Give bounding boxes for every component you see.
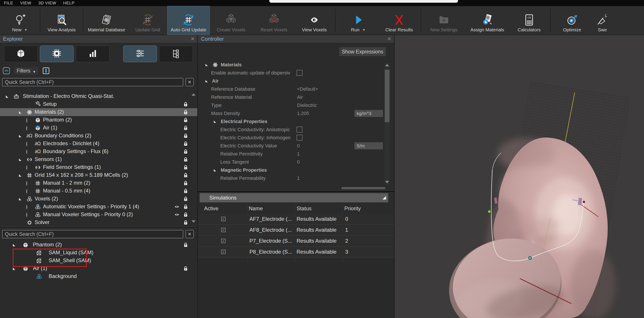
tree-item-manual-1-2-mm-2[interactable]: Manual 1 - 2 mm (2) — [0, 179, 197, 187]
tree-item-sensors-1[interactable]: Sensors (1) — [0, 155, 197, 163]
tree-item-boundary-settings-flux-6[interactable]: ∂ΩBoundary Settings - Flux (6) — [0, 148, 197, 155]
toolbar-auto-grid-update-button[interactable]: Auto Grid Update — [168, 6, 210, 35]
lock-icon[interactable] — [183, 101, 188, 107]
toolbar-material-database-button[interactable]: Material Database — [85, 6, 128, 35]
simulation-row-af8-electrode[interactable]: ✓ AF8_Electrode (... Results Available 1 — [198, 225, 394, 236]
quick-search-input[interactable] — [2, 78, 183, 86]
active-checkbox[interactable]: ✓ — [221, 250, 226, 254]
chevron-down-icon[interactable]: ▼ — [24, 28, 28, 31]
lock-icon[interactable] — [183, 172, 188, 178]
tree-item-solver[interactable]: Solver — [0, 219, 197, 227]
toolbar-calculators-button[interactable]: √xCalculators — [510, 6, 548, 35]
tree-item-phantom-2[interactable]: Phantom (2) — [0, 241, 197, 249]
tree-item-field-sensor-settings-1[interactable]: Field Sensor Settings (1) — [0, 163, 197, 171]
tree-item-grid-154-x-162-x-208-5-189-mcells-2[interactable]: Grid 154 x 162 x 208 = 5.189 MCells (2) — [0, 171, 197, 179]
explorer-controller-view-button[interactable] — [123, 45, 157, 62]
lock-icon[interactable] — [183, 180, 188, 186]
expander-icon[interactable] — [18, 134, 22, 138]
expander-icon[interactable] — [18, 111, 22, 114]
tree-item-electrodes-dirichlet-4[interactable]: ∂ΩElectrodes - Dirichlet (4) — [0, 140, 197, 148]
toolbar-new-button[interactable]: New▼ — [1, 6, 38, 35]
properties-scroll-down-icon[interactable] — [385, 181, 389, 183]
properties-scrollbar-thumb[interactable] — [385, 70, 390, 122]
expander-icon[interactable] — [213, 120, 216, 123]
radio-icon[interactable] — [26, 182, 30, 185]
tree-item-phantom-2[interactable]: Phantom (2) — [0, 116, 197, 124]
sim-column-active[interactable]: Active — [204, 205, 218, 212]
tree-item-voxels-2[interactable]: Voxels (2) — [0, 195, 197, 203]
menu-item-view[interactable]: VIEW — [20, 1, 31, 5]
quick-search-input-2[interactable] — [2, 230, 183, 238]
explorer-simulation-view-button[interactable] — [40, 45, 74, 62]
tree-item-boundary-conditions-2[interactable]: ∂ΩBoundary Conditions (2) — [0, 132, 197, 140]
lock-icon[interactable] — [183, 212, 188, 218]
radio-icon[interactable] — [26, 205, 30, 209]
properties-hscrollbar-thumb[interactable] — [342, 187, 385, 189]
toolbar-clear-results-button[interactable]: Clear Results — [379, 6, 419, 35]
lock-icon[interactable] — [183, 164, 188, 170]
expander-icon[interactable] — [18, 174, 22, 177]
lock-icon[interactable] — [183, 157, 188, 162]
lock-icon[interactable] — [183, 149, 188, 154]
menu-item-3d-view[interactable]: 3D VIEW — [38, 1, 56, 5]
tree-item-manual-0-5-mm-4[interactable]: Manual - 0.5 mm (4) — [0, 187, 197, 195]
lock-icon[interactable] — [183, 242, 188, 248]
lock-icon[interactable] — [183, 204, 188, 210]
lock-icon[interactable] — [183, 266, 188, 271]
lock-icon[interactable] — [183, 188, 188, 194]
lock-icon[interactable] — [183, 109, 188, 115]
simulation-row-p8-electrode-s[interactable]: ✓ P8_Electrode (S... Results Available 3 — [198, 247, 394, 258]
explorer-model-view-button[interactable] — [4, 45, 38, 62]
toolbar-swe-button[interactable]: Swe — [592, 6, 613, 35]
lock-icon[interactable] — [183, 196, 188, 202]
expander-icon[interactable] — [12, 267, 16, 270]
sim-column-name[interactable]: Name — [249, 205, 263, 212]
lock-icon[interactable] — [183, 117, 188, 123]
chevron-down-icon[interactable]: ▼ — [362, 28, 366, 31]
expander-icon[interactable] — [18, 197, 22, 201]
menu-item-help[interactable]: HELP — [63, 1, 74, 5]
lock-icon[interactable] — [183, 141, 188, 147]
show-expressions-button[interactable]: Show Expressions — [339, 47, 386, 56]
tree-item-air-1[interactable]: Air (1) — [0, 124, 197, 132]
properties-scroll-up-icon[interactable] — [385, 64, 389, 66]
expander-icon[interactable] — [205, 63, 208, 66]
radio-icon[interactable] — [26, 166, 30, 169]
explorer-schematic-view-button[interactable] — [159, 45, 193, 62]
simulations-header-bar[interactable]: Simulations — [200, 193, 388, 202]
toolbar-assign-materials-button[interactable]: Assign Materials — [465, 6, 510, 35]
visibility-eye-icon[interactable] — [174, 204, 180, 209]
toolbar-optimize-button[interactable]: Optimize — [552, 6, 592, 35]
tree-scroll-up-icon[interactable] — [192, 93, 196, 96]
radio-icon[interactable] — [26, 118, 30, 122]
visibility-eye-icon[interactable] — [174, 212, 180, 217]
filters-button[interactable]: Filters ▼ — [14, 67, 38, 75]
3d-viewport[interactable] — [394, 35, 644, 318]
active-checkbox[interactable]: ✓ — [221, 228, 226, 232]
radio-icon[interactable] — [26, 189, 30, 193]
radio-icon[interactable] — [26, 126, 30, 130]
lock-icon[interactable] — [183, 125, 188, 131]
radio-icon[interactable] — [26, 150, 30, 153]
toolbar-run-button[interactable]: Run▼ — [337, 6, 379, 35]
explorer-close-icon[interactable]: ✕ — [191, 36, 195, 42]
simulation-row-p7-electrode-s[interactable]: ✓ P7_Electrode (S... Results Available 2 — [198, 236, 394, 247]
expander-icon[interactable] — [18, 158, 22, 161]
checkbox[interactable] — [296, 127, 302, 132]
active-checkbox[interactable]: ✓ — [221, 239, 226, 243]
expander-icon[interactable] — [205, 79, 208, 83]
toolbar-view-analysis-button[interactable]: View Analysis — [42, 6, 81, 35]
tree-item-stimulation-electro-ohmic-quasi-stat[interactable]: Stimulation - Electro Ohmic Quasi-Stat. — [0, 92, 197, 100]
active-checkbox[interactable]: ✓ — [221, 217, 226, 221]
tree-item-manual-voxeler-settings-priority-0-2[interactable]: Manual Voxeler Settings - Priority 0 (2) — [0, 211, 197, 219]
checkbox[interactable] — [296, 70, 302, 76]
tree-item-setup[interactable]: Setup — [0, 100, 197, 108]
menu-item-file[interactable]: FILE — [4, 1, 13, 5]
radio-icon[interactable] — [26, 213, 30, 216]
search-clear-button[interactable]: ✕ — [186, 78, 194, 86]
lock-icon[interactable] — [183, 133, 188, 139]
checkbox[interactable] — [296, 135, 302, 141]
tree-scroll-down-icon[interactable] — [192, 220, 196, 223]
collapse-all-icon[interactable] — [3, 67, 10, 74]
search-clear-button-2[interactable]: ✕ — [186, 230, 194, 238]
